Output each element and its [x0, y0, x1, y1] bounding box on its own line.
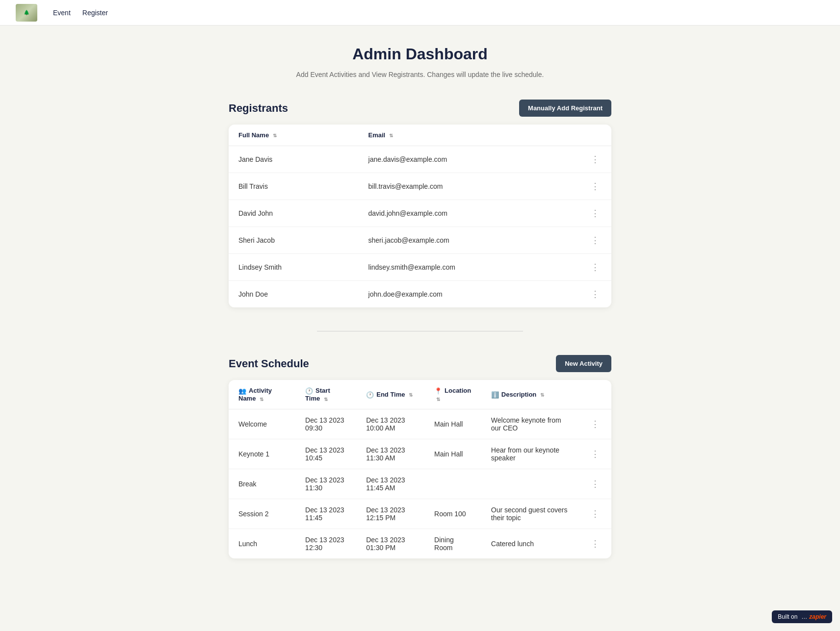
sort-fullname-icon: ⇅ — [273, 133, 277, 138]
description-icon: ℹ️ — [491, 391, 499, 399]
registrant-email: sheri.jacob@example.com — [359, 227, 579, 254]
schedule-row: Keynote 1 Dec 13 2023 10:45 Dec 13 2023 … — [229, 439, 611, 469]
registrant-actions-cell: ⋮ — [579, 173, 611, 200]
registrant-actions-button[interactable]: ⋮ — [589, 288, 602, 301]
activity-location: Main Hall — [424, 439, 481, 469]
schedule-header: Event Schedule New Activity — [229, 355, 611, 372]
registrant-name: Bill Travis — [229, 173, 359, 200]
main-content: Admin Dashboard Add Event Activities and… — [219, 25, 621, 611]
activity-name: Break — [229, 469, 295, 499]
col-activity-name: 👥Activity Name ⇅ — [229, 380, 295, 409]
activity-name: Session 2 — [229, 499, 295, 529]
registrant-actions-button[interactable]: ⋮ — [589, 180, 602, 193]
activity-end: Dec 13 2023 01:30 PM — [356, 529, 424, 559]
page-header: Admin Dashboard Add Event Activities and… — [229, 45, 611, 80]
registrant-email: david.john@example.com — [359, 200, 579, 227]
col-end-time: 🕐End Time ⇅ — [356, 380, 424, 409]
activity-description: Welcome keynote from our CEO — [481, 409, 579, 439]
activity-actions-button[interactable]: ⋮ — [589, 448, 602, 460]
col-start-time: 🕐Start Time ⇅ — [295, 380, 356, 409]
registrants-title: Registrants — [229, 102, 288, 115]
navigation: 🌲 Event Register — [0, 0, 840, 25]
activity-actions-button[interactable]: ⋮ — [589, 507, 602, 520]
section-divider — [317, 331, 523, 331]
registrant-actions-cell: ⋮ — [579, 281, 611, 308]
registrant-email: lindsey.smith@example.com — [359, 254, 579, 281]
activity-location: Room 100 — [424, 499, 481, 529]
activity-description: Our second guest covers their topic — [481, 499, 579, 529]
activity-actions-button[interactable]: ⋮ — [589, 418, 602, 430]
registrant-row: David John david.john@example.com ⋮ — [229, 200, 611, 227]
activity-start: Dec 13 2023 10:45 — [295, 439, 356, 469]
registrant-actions-cell: ⋮ — [579, 227, 611, 254]
zapier-logo: zapier — [809, 613, 826, 620]
registrants-table-card: Full Name ⇅ Email ⇅ Jane Davis jane.davi… — [229, 125, 611, 307]
page-subtitle: Add Event Activities and View Registrant… — [229, 69, 611, 80]
schedule-title: Event Schedule — [229, 357, 309, 370]
activity-icon: 👥 — [238, 387, 246, 395]
registrant-name: John Doe — [229, 281, 359, 308]
registrants-section: Registrants Manually Add Registrant Full… — [229, 100, 611, 307]
start-time-icon: 🕐 — [305, 387, 313, 395]
activity-name: Welcome — [229, 409, 295, 439]
nav-event-link[interactable]: Event — [53, 9, 71, 17]
activity-actions-button[interactable]: ⋮ — [589, 478, 602, 490]
registrant-name: David John — [229, 200, 359, 227]
registrant-actions-cell: ⋮ — [579, 254, 611, 281]
activity-name: Keynote 1 — [229, 439, 295, 469]
activity-location — [424, 469, 481, 499]
activity-location: Main Hall — [424, 409, 481, 439]
registrant-actions-cell: ⋮ — [579, 146, 611, 173]
activity-actions-cell: ⋮ — [579, 529, 611, 559]
new-activity-button[interactable]: New Activity — [556, 355, 611, 372]
registrant-email: john.doe@example.com — [359, 281, 579, 308]
activity-end: Dec 13 2023 11:30 AM — [356, 439, 424, 469]
manually-add-registrant-button[interactable]: Manually Add Registrant — [519, 100, 611, 117]
sort-email-icon: ⇅ — [389, 133, 393, 138]
location-icon: 📍 — [434, 387, 442, 395]
activity-actions-cell: ⋮ — [579, 499, 611, 529]
nav-register-link[interactable]: Register — [82, 9, 108, 17]
col-schedule-actions-header — [579, 380, 611, 409]
sort-location-icon: ⇅ — [436, 397, 440, 402]
registrant-name: Sheri Jacob — [229, 227, 359, 254]
activity-description: Catered lunch — [481, 529, 579, 559]
registrant-name: Jane Davis — [229, 146, 359, 173]
schedule-row: Welcome Dec 13 2023 09:30 Dec 13 2023 10… — [229, 409, 611, 439]
activity-end: Dec 13 2023 11:45 AM — [356, 469, 424, 499]
activity-actions-cell: ⋮ — [579, 439, 611, 469]
sort-desc-icon: ⇅ — [540, 392, 544, 398]
registrant-row: Lindsey Smith lindsey.smith@example.com … — [229, 254, 611, 281]
sort-activity-icon: ⇅ — [260, 397, 263, 402]
registrant-actions-button[interactable]: ⋮ — [589, 153, 602, 166]
schedule-table-card: 👥Activity Name ⇅ 🕐Start Time ⇅ 🕐End Time… — [229, 380, 611, 558]
registrant-row: John Doe john.doe@example.com ⋮ — [229, 281, 611, 308]
activity-actions-cell: ⋮ — [579, 409, 611, 439]
activity-description: Hear from our keynote speaker — [481, 439, 579, 469]
activity-name: Lunch — [229, 529, 295, 559]
registrant-email: bill.travis@example.com — [359, 173, 579, 200]
schedule-section: Event Schedule New Activity 👥Activity Na… — [229, 355, 611, 558]
registrant-actions-button[interactable]: ⋮ — [589, 234, 602, 247]
registrant-row: Jane Davis jane.davis@example.com ⋮ — [229, 146, 611, 173]
activity-start: Dec 13 2023 09:30 — [295, 409, 356, 439]
registrant-actions-button[interactable]: ⋮ — [589, 207, 602, 220]
activity-start: Dec 13 2023 11:45 — [295, 499, 356, 529]
schedule-table: 👥Activity Name ⇅ 🕐Start Time ⇅ 🕐End Time… — [229, 380, 611, 558]
col-location: 📍Location ⇅ — [424, 380, 481, 409]
registrants-header: Registrants Manually Add Registrant — [229, 100, 611, 117]
sort-start-icon: ⇅ — [324, 397, 328, 402]
end-time-icon: 🕐 — [366, 391, 374, 399]
schedule-row: Lunch Dec 13 2023 12:30 Dec 13 2023 01:3… — [229, 529, 611, 559]
built-on-text: Built on — [778, 613, 797, 620]
built-on-footer: Built on … zapier — [772, 610, 832, 623]
col-fullname: Full Name ⇅ — [229, 125, 359, 146]
registrant-row: Bill Travis bill.travis@example.com ⋮ — [229, 173, 611, 200]
registrant-actions-button[interactable]: ⋮ — [589, 261, 602, 274]
registrant-email: jane.davis@example.com — [359, 146, 579, 173]
activity-end: Dec 13 2023 12:15 PM — [356, 499, 424, 529]
schedule-table-header-row: 👥Activity Name ⇅ 🕐Start Time ⇅ 🕐End Time… — [229, 380, 611, 409]
registrant-name: Lindsey Smith — [229, 254, 359, 281]
schedule-row: Session 2 Dec 13 2023 11:45 Dec 13 2023 … — [229, 499, 611, 529]
activity-actions-button[interactable]: ⋮ — [589, 537, 602, 550]
